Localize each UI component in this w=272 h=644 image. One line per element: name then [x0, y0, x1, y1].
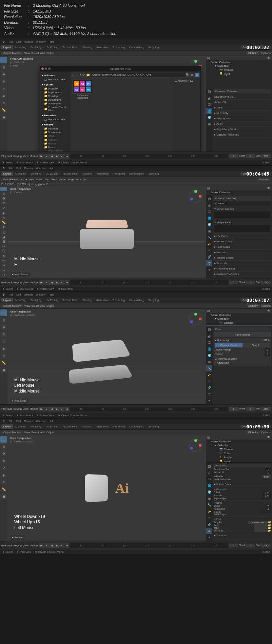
- tl-view[interactable]: View: [23, 407, 28, 410]
- tl-keying[interactable]: Keying: [13, 155, 21, 158]
- tl-playback[interactable]: Playback: [1, 544, 12, 547]
- tab-rendering[interactable]: Rendering: [111, 172, 127, 176]
- data-name[interactable]: Cube.001: [225, 197, 236, 200]
- tab-modifier[interactable]: 🔧: [206, 235, 212, 241]
- outliner-scene[interactable]: Scene Collection: [206, 313, 272, 317]
- header-face[interactable]: Face: [76, 178, 82, 181]
- close-dot[interactable]: [41, 67, 44, 70]
- min-dot[interactable]: [45, 67, 47, 70]
- operator-panel[interactable]: ▸ Axis Snap: [10, 399, 28, 403]
- fill-caps[interactable]: ☑ Fill Caps: [214, 513, 271, 516]
- tab-object[interactable]: ▣: [206, 359, 212, 365]
- menu-edit[interactable]: Edit: [15, 166, 22, 170]
- open-font-icon[interactable]: 📁: [268, 527, 271, 529]
- rec-moises[interactable]: 📁Moises: [41, 142, 70, 145]
- filter-icon[interactable]: 🔍: [267, 309, 271, 313]
- font-regular[interactable]: MyriadPro-Re…: [248, 521, 268, 524]
- menu-help[interactable]: Help: [47, 419, 55, 423]
- tab-data[interactable]: a: [206, 528, 212, 534]
- offset-val[interactable]: 0 m: [263, 491, 271, 494]
- optimal-display[interactable]: ☑ Optimal Display: [215, 357, 270, 360]
- header-options[interactable]: Options: [261, 304, 271, 307]
- add-modifier-button[interactable]: Add Modifier: [214, 332, 271, 337]
- tab-sculpting[interactable]: Sculpting: [29, 172, 43, 176]
- tab-material[interactable]: ●: [206, 398, 212, 404]
- rec-desktop[interactable]: 📁Desktop: [41, 127, 70, 130]
- tool-rotate[interactable]: ⟲: [0, 457, 7, 464]
- tab-uv[interactable]: UV Editing: [44, 45, 60, 49]
- header-add[interactable]: Add: [40, 304, 45, 307]
- volume-machd[interactable]: 🖴Macintosh HD: [41, 78, 70, 81]
- volumes-header[interactable]: ▾ Volumes: [41, 73, 70, 78]
- navigation-gizmo[interactable]: [188, 311, 203, 326]
- frame-start[interactable]: 1: [246, 544, 255, 547]
- header-select[interactable]: Select: [32, 431, 39, 434]
- tab-render[interactable]: 🖼: [206, 89, 212, 95]
- frame-current[interactable]: 1: [229, 544, 238, 547]
- open-font-icon[interactable]: 📁: [268, 524, 271, 527]
- timeline-ruler[interactable]: 104080120160200240: [70, 407, 228, 411]
- tab-texture[interactable]: Texture Paint: [61, 45, 80, 49]
- tab-texture[interactable]: Texture Paint: [61, 172, 80, 176]
- tab-constraint[interactable]: 🔗: [206, 254, 212, 260]
- props-camera[interactable]: Camera Camera: [214, 89, 271, 94]
- tl-playback[interactable]: Playback: [1, 155, 12, 158]
- tl-marker[interactable]: Marker: [30, 407, 38, 410]
- tab-scripting[interactable]: Scripting: [147, 298, 160, 302]
- tl-start[interactable]: ⏮: [39, 280, 44, 285]
- navigation-gizmo[interactable]: [188, 189, 203, 204]
- tool-rip[interactable]: ✂: [0, 273, 7, 277]
- tab-world[interactable]: 🌍: [206, 115, 212, 121]
- rec-ppg[interactable]: 📁POWERPUFF GIRLS: [41, 149, 70, 152]
- tool-select[interactable]: ▭: [0, 57, 7, 63]
- prop-bg[interactable]: Background Sc…: [214, 95, 271, 99]
- tab-world[interactable]: 🌍: [206, 489, 212, 495]
- tool-poly[interactable]: ⬠: [0, 249, 7, 253]
- bevel-obj[interactable]: [261, 511, 271, 513]
- viewport-3d[interactable]: Front Orthographic (1) Collection Meters…: [7, 56, 206, 152]
- tool-annotate[interactable]: ✎: [0, 99, 7, 106]
- header-view[interactable]: View: [24, 431, 30, 434]
- open-font-icon[interactable]: 📁: [268, 529, 271, 532]
- menu-help[interactable]: Help: [47, 40, 55, 44]
- data-name[interactable]: Text: [222, 464, 227, 467]
- tl-prev[interactable]: ◂: [44, 543, 49, 548]
- tl-prev[interactable]: ◂: [44, 280, 49, 285]
- res-preview[interactable]: 12: [264, 468, 271, 471]
- menu-window[interactable]: Window: [35, 40, 46, 44]
- tab-uv[interactable]: UV Editing: [44, 298, 60, 302]
- tl-end[interactable]: ⏭: [64, 543, 69, 548]
- tl-prev[interactable]: ◂: [44, 154, 49, 159]
- tab-shading[interactable]: Shading: [81, 424, 94, 429]
- advanced-section[interactable]: Advanced: [217, 361, 229, 364]
- viewport-levels[interactable]: 1: [265, 348, 270, 352]
- filter-icon[interactable]: 🔍: [267, 436, 271, 439]
- search-icon[interactable]: 🔍: [186, 73, 190, 77]
- tool-select[interactable]: ▭: [0, 436, 7, 443]
- nav-up[interactable]: ↑: [80, 73, 81, 77]
- tool-transform[interactable]: ◈: [0, 345, 7, 352]
- tl-next[interactable]: ▸: [59, 407, 64, 411]
- tool-scale[interactable]: ⤢: [0, 206, 7, 210]
- max-dot[interactable]: [48, 67, 51, 70]
- header-add[interactable]: Add: [45, 178, 50, 181]
- sys-desktop[interactable]: 📁Desktop: [41, 94, 70, 98]
- nav-refresh[interactable]: ⟳: [82, 73, 85, 77]
- outliner-collection[interactable]: ▾ Collection: [206, 317, 272, 321]
- timeline-ruler[interactable]: 104080120160200240: [70, 543, 228, 548]
- tab-modeling[interactable]: Modeling: [14, 45, 28, 49]
- tab-uv[interactable]: UV Editing: [44, 172, 60, 176]
- outliner-light[interactable]: 💡Light: [206, 459, 272, 463]
- tool-measure[interactable]: 📏: [0, 220, 7, 225]
- outliner-scene[interactable]: Scene Collection: [206, 60, 272, 64]
- tl-keying[interactable]: Keying: [13, 281, 21, 284]
- tab-modifier[interactable]: 🔧: [206, 365, 212, 371]
- header-view[interactable]: View: [28, 178, 34, 181]
- tool-annotate[interactable]: ✎: [0, 216, 7, 220]
- tab-view[interactable]: 🖵: [206, 209, 212, 215]
- tl-play[interactable]: ▶: [54, 407, 59, 411]
- tl-start[interactable]: ⏮: [39, 154, 44, 159]
- tl-keying[interactable]: Keying: [13, 407, 21, 410]
- tl-playrev[interactable]: ◀: [49, 280, 54, 285]
- tab-compositing[interactable]: Compositing: [128, 424, 146, 429]
